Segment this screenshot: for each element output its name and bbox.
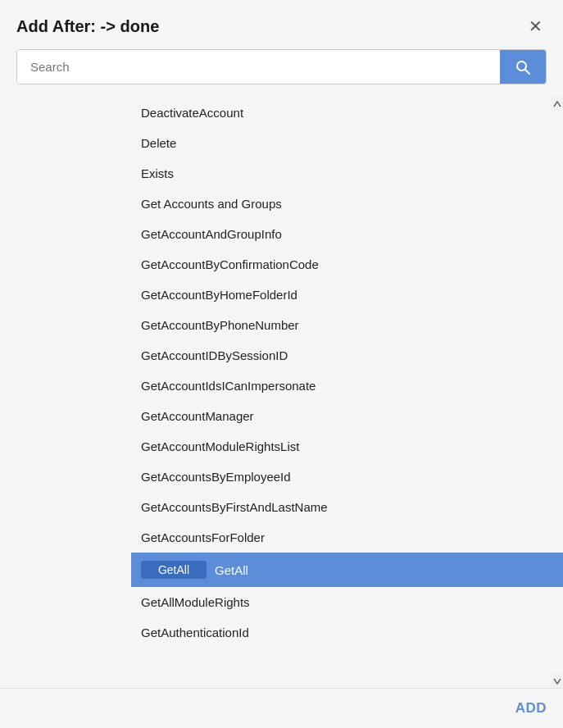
chevron-up-icon bbox=[553, 101, 561, 107]
item-label: GetAccountIDBySessionID bbox=[141, 348, 288, 362]
list-item[interactable]: DeactivateAccount bbox=[131, 98, 563, 128]
list-item[interactable]: GetAccountByHomeFolderId bbox=[131, 280, 563, 310]
item-label: GetAuthenticationId bbox=[141, 626, 249, 639]
list-container: DeactivateAccountDeleteExistsGet Account… bbox=[131, 98, 563, 688]
item-badge: GetAll bbox=[141, 561, 207, 579]
modal-header: Add After: -> done ✕ bbox=[0, 0, 563, 49]
item-label: Get Accounts and Groups bbox=[141, 197, 282, 211]
list-item[interactable]: GetAccountIdsICanImpersonate bbox=[131, 371, 563, 401]
list-item[interactable]: GetAllGetAll bbox=[131, 553, 563, 587]
close-icon: ✕ bbox=[529, 16, 543, 36]
item-label: GetAccountByHomeFolderId bbox=[141, 288, 297, 302]
list-item[interactable]: GetAccountByPhoneNumber bbox=[131, 310, 563, 340]
list-item[interactable]: GetAccountsForFolder bbox=[131, 522, 563, 553]
item-label: GetAccountManager bbox=[141, 409, 254, 423]
item-label: Exists bbox=[141, 166, 174, 180]
scroll-up-indicator[interactable] bbox=[552, 98, 563, 111]
search-button[interactable] bbox=[500, 50, 546, 84]
item-label: GetAccountsByEmployeeId bbox=[141, 470, 291, 484]
modal-title: Add After: -> done bbox=[16, 17, 159, 36]
list-item[interactable]: GetAccountManager bbox=[131, 401, 563, 431]
item-label: GetAccountsForFolder bbox=[141, 530, 265, 544]
chevron-down-icon bbox=[553, 678, 561, 685]
item-label: GetAll bbox=[215, 563, 248, 577]
item-label: GetAccountByConfirmationCode bbox=[141, 257, 319, 271]
scroll-down-indicator[interactable] bbox=[552, 675, 563, 688]
list-scroll[interactable]: DeactivateAccountDeleteExistsGet Account… bbox=[131, 98, 563, 688]
list-item[interactable]: GetAccountByConfirmationCode bbox=[131, 249, 563, 280]
list-item[interactable]: GetAllModuleRights bbox=[131, 587, 563, 617]
item-label: GetAccountsByFirstAndLastName bbox=[141, 500, 328, 514]
svg-line-1 bbox=[525, 70, 529, 74]
modal-footer: ADD bbox=[0, 688, 563, 728]
close-button[interactable]: ✕ bbox=[524, 15, 547, 38]
search-icon bbox=[515, 59, 531, 75]
modal: Add After: -> done ✕ DeactivateAccountDe… bbox=[0, 0, 563, 728]
list-item[interactable]: GetAccountAndGroupInfo bbox=[131, 219, 563, 249]
item-label: GetAllModuleRights bbox=[141, 595, 250, 609]
search-input[interactable] bbox=[17, 50, 500, 84]
list-item[interactable]: GetAccountsByEmployeeId bbox=[131, 462, 563, 492]
list-item[interactable]: Get Accounts and Groups bbox=[131, 189, 563, 219]
list-item[interactable]: GetAuthenticationId bbox=[131, 617, 563, 648]
add-button[interactable]: ADD bbox=[515, 700, 547, 717]
list-item[interactable]: GetAccountsByFirstAndLastName bbox=[131, 492, 563, 522]
item-label: GetAccountModuleRightsList bbox=[141, 439, 299, 453]
item-label: GetAccountIdsICanImpersonate bbox=[141, 379, 316, 393]
item-label: GetAccountAndGroupInfo bbox=[141, 227, 282, 241]
list-item[interactable]: Delete bbox=[131, 128, 563, 158]
item-label: GetAccountByPhoneNumber bbox=[141, 318, 299, 332]
list-item[interactable]: Exists bbox=[131, 158, 563, 189]
list-item[interactable]: GetAccountModuleRightsList bbox=[131, 431, 563, 462]
search-bar bbox=[16, 49, 547, 84]
item-label: Delete bbox=[141, 136, 176, 150]
item-label: DeactivateAccount bbox=[141, 106, 243, 120]
list-item[interactable]: GetAccountIDBySessionID bbox=[131, 340, 563, 371]
